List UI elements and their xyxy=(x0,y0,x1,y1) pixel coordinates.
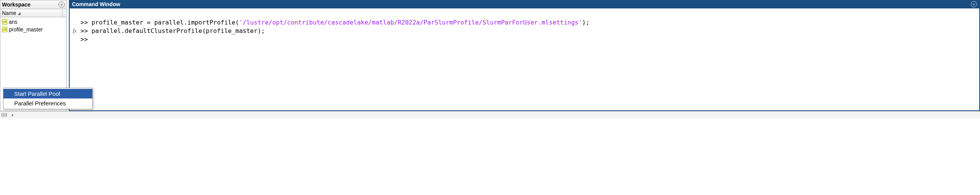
context-menu-item-parallel-preferences[interactable]: Parallel Preferences xyxy=(3,98,92,108)
context-menu-item-label: Parallel Preferences xyxy=(14,100,66,107)
workspace-column-name[interactable]: Name ◢ xyxy=(0,9,62,17)
command-line: >> parallel.defaultClusterProfile(profil… xyxy=(80,27,265,34)
fx-indicator-icon[interactable]: fx xyxy=(70,27,79,35)
workspace-title: Workspace xyxy=(2,2,30,8)
sort-ascending-icon: ◢ xyxy=(18,11,21,15)
command-lines[interactable]: >> profile_master = parallel.importProfi… xyxy=(70,10,979,52)
command-string: '/lustre/opt/contribute/cascadelake/matl… xyxy=(239,19,582,26)
status-grip-icon[interactable] xyxy=(2,113,11,117)
command-window-title: Command Window xyxy=(72,1,120,7)
char-array-icon: ch xyxy=(2,27,7,32)
command-text: ); xyxy=(582,19,589,26)
workspace-menu-icon[interactable] xyxy=(59,2,65,8)
workspace-column-headers[interactable]: Name ◢ xyxy=(0,9,66,17)
variable-row[interactable]: ch ans xyxy=(0,18,66,26)
variable-name: profile_master xyxy=(9,26,43,33)
command-text: >> profile_master = parallel.importProfi… xyxy=(80,19,239,26)
variable-name: ans xyxy=(9,19,18,25)
workspace-header[interactable]: Workspace xyxy=(0,0,66,9)
command-window-body[interactable]: fx >> profile_master = parallel.importPr… xyxy=(69,8,980,111)
command-window-panel: Command Window fx >> profile_master = pa… xyxy=(69,0,980,111)
status-bar: ▾ xyxy=(0,111,980,118)
workspace-column-name-label: Name xyxy=(2,10,16,16)
status-arrow-icon[interactable]: ▾ xyxy=(11,113,13,117)
char-array-icon: ch xyxy=(2,19,7,25)
command-prompt: >> xyxy=(80,36,92,43)
context-menu-item-start-parallel-pool[interactable]: Start Parallel Pool xyxy=(3,89,92,98)
workspace-column-spacer xyxy=(62,9,66,17)
parallel-context-menu: Start Parallel Pool Parallel Preferences xyxy=(3,88,93,109)
command-window-header[interactable]: Command Window xyxy=(69,0,980,8)
context-menu-item-label: Start Parallel Pool xyxy=(14,90,60,97)
command-text: >> parallel.defaultClusterProfile(profil… xyxy=(80,27,265,34)
command-line: >> xyxy=(80,36,92,43)
command-window-menu-icon[interactable] xyxy=(971,1,977,7)
variable-row[interactable]: ch profile_master xyxy=(0,26,66,33)
command-line: >> profile_master = parallel.importProfi… xyxy=(80,19,589,26)
